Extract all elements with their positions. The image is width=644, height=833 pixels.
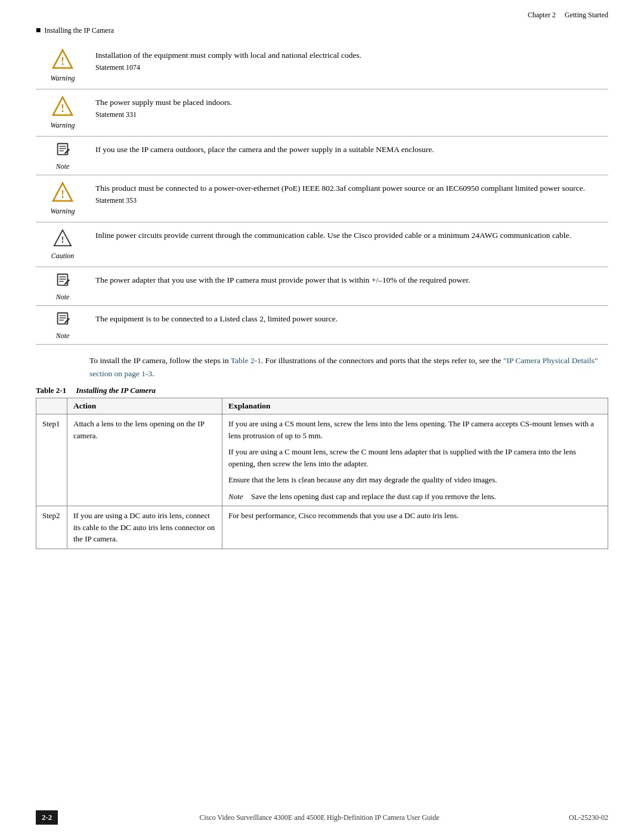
table-row: Step2 If you are using a DC auto iris le… [36,506,608,549]
divider-6 [36,305,608,306]
note-1-content: If you use the IP camera outdoors, place… [89,141,608,156]
warning-2-content: The power supply must be placed indoors.… [89,94,608,121]
step1-inner-note: Note Save the lens opening dust cap and … [228,491,602,503]
intro-text-1: To install the IP camera, follow the ste… [89,356,231,365]
step1-label: Step1 [36,414,67,506]
table-title: Installing the IP Camera [76,386,156,395]
svg-text:!: ! [61,235,64,244]
note-3-content: The equipment is to be connected to a Li… [89,311,608,325]
inner-note-label: Note [228,491,251,503]
warning-1: ! Warning Installation of the equipment … [36,47,608,85]
warning-icon-2: ! [52,95,73,120]
inner-note-text: Save the lens opening dust cap and repla… [251,491,496,503]
note-3: Note The equipment is to be connected to… [36,311,608,340]
step2-action: If you are using a DC auto iris lens, co… [67,506,222,549]
divider-2 [36,136,608,137]
divider-5 [36,267,608,267]
step1-explanation: If you are using a CS mount lens, screw … [222,414,608,506]
caution-1: ! Caution Inline power circuits provide … [36,227,608,263]
note-2-label: Note [56,293,70,302]
warning-1-label-col: ! Warning [36,47,89,83]
page: Chapter 2 Getting Started ■ Installing t… [0,0,644,833]
intro-text-2: . For illustrations of the connectors an… [261,356,503,365]
page-footer: 2-2 Cisco Video Surveillance 4300E and 4… [0,802,644,833]
footer-center-text: Cisco Video Surveillance 4300E and 4500E… [70,813,569,822]
note-3-left: Note [36,311,89,340]
col-header-explanation: Explanation [222,398,608,414]
svg-text:!: ! [61,103,64,114]
header-right: Chapter 2 Getting Started [528,11,608,20]
warning-3-content: This product must be connected to a powe… [89,180,608,207]
divider-7 [36,344,608,345]
divider-1 [36,89,608,89]
warning-2: ! Warning The power supply must be place… [36,94,608,132]
intro-text-3: . [152,369,154,378]
svg-text:!: ! [61,188,64,200]
note-icon-1 [54,141,71,161]
table-row: Step1 Attach a lens to the lens opening … [36,414,608,506]
table-header-row: Action Explanation [36,398,608,414]
step2-label: Step2 [36,506,67,549]
svg-text:!: ! [61,55,64,67]
divider-4 [36,222,608,222]
warning-icon-3: ! [52,181,73,206]
table-link[interactable]: Table 2-1 [231,356,261,365]
table-caption: Table 2-1 Installing the IP Camera [36,386,608,395]
note-2-content: The power adapter that you use with the … [89,272,608,286]
note-1-left: Note [36,141,89,171]
header-section: Getting Started [565,11,608,19]
warning-3-label: Warning [51,207,75,216]
caution-icon-1: ! [53,228,72,250]
install-table: Action Explanation Step1 Attach a lens t… [36,398,608,549]
divider-3 [36,175,608,175]
subheader-text: Installing the IP Camera [44,26,114,35]
page-header: Chapter 2 Getting Started [0,0,644,23]
col-header-blank [36,398,67,414]
warning-1-content: Installation of the equipment must compl… [89,47,608,74]
intro-paragraph: To install the IP camera, follow the ste… [89,354,608,380]
warning-3: ! Warning This product must be connected… [36,180,608,218]
note-icon-3 [54,311,71,330]
warning-2-label-col: ! Warning [36,94,89,130]
note-2-left: Note [36,272,89,302]
caution-1-label-col: ! Caution [36,227,89,261]
main-content: ! Warning Installation of the equipment … [0,41,644,585]
caution-1-label: Caution [51,252,75,261]
note-icon-2 [54,272,71,292]
caution-1-content: Inline power circuits provide current th… [89,227,608,241]
step2-explanation: For best performance, Cisco recommends t… [222,506,608,549]
warning-1-label: Warning [51,74,75,83]
col-header-action: Action [67,398,222,414]
table-number: Table 2-1 [36,386,66,395]
warning-3-label-col: ! Warning [36,180,89,216]
warning-icon-1: ! [52,48,73,73]
footer-page-num: 2-2 [36,810,58,825]
footer-right-text: OL-25230-02 [569,813,608,822]
note-1-label: Note [56,162,70,171]
sub-header: ■ Installing the IP Camera [0,23,644,41]
warning-2-label: Warning [51,121,75,130]
note-2: Note The power adapter that you use with… [36,272,608,302]
note-1: Note If you use the IP camera outdoors, … [36,141,608,171]
header-chapter: Chapter 2 [528,11,556,19]
bullet-icon: ■ [36,26,41,35]
step1-action: Attach a lens to the lens opening on the… [67,414,222,506]
note-3-label: Note [56,332,70,340]
